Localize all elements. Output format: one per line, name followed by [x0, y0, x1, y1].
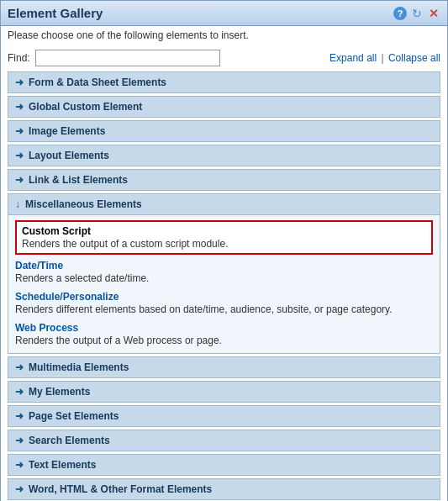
group-arrow-multimedia: ➜ [15, 361, 24, 373]
find-label: Find: [8, 52, 30, 64]
group-my-elements[interactable]: ➜ My Elements [8, 381, 440, 403]
group-arrow-word-html: ➜ [15, 483, 24, 495]
collapse-all-link[interactable]: Collapse all [388, 52, 440, 64]
element-gallery-dialog: Element Gallery ? ↻ ✕ Please choose one … [0, 0, 448, 501]
group-link-list[interactable]: ➜ Link & List Elements [8, 169, 440, 191]
group-arrow-search: ➜ [15, 435, 24, 446]
group-page-set[interactable]: ➜ Page Set Elements [8, 405, 440, 427]
group-multimedia[interactable]: ➜ Multimedia Elements [8, 356, 440, 378]
dialog-subtitle: Please choose one of the following eleme… [1, 26, 447, 46]
group-miscellaneous: ↓ Miscellaneous Elements Custom Script R… [8, 193, 440, 354]
item-web-process-desc: Renders the output of a Web process or p… [15, 335, 433, 346]
group-label-form-data: Form & Data Sheet Elements [29, 76, 166, 88]
group-label-my-elements: My Elements [29, 386, 90, 398]
item-datetime[interactable]: Date/Time Renders a selected date/time. [15, 256, 433, 287]
group-global-custom[interactable]: ➜ Global Custom Element [8, 96, 440, 118]
group-label-layout: Layout Elements [29, 150, 109, 161]
group-label-image: Image Elements [29, 125, 105, 137]
group-arrow-layout: ➜ [15, 150, 24, 161]
group-text[interactable]: ➜ Text Elements [8, 454, 440, 476]
item-datetime-desc: Renders a selected date/time. [15, 272, 433, 284]
item-custom-script[interactable]: Custom Script Renders the output of a cu… [15, 220, 433, 255]
group-miscellaneous-header[interactable]: ↓ Miscellaneous Elements [8, 193, 440, 215]
group-arrow-my-elements: ➜ [15, 386, 24, 398]
item-custom-script-desc: Renders the output of a custom script mo… [22, 238, 426, 250]
item-custom-script-title: Custom Script [22, 225, 426, 237]
group-image[interactable]: ➜ Image Elements [8, 120, 440, 142]
close-title-icon[interactable]: ✕ [427, 7, 440, 20]
element-list: ➜ Form & Data Sheet Elements ➜ Global Cu… [1, 71, 447, 500]
dialog-titlebar: Element Gallery ? ↻ ✕ [1, 1, 447, 26]
help-icon[interactable]: ? [393, 7, 407, 20]
find-bar: Find: Expand all | Collapse all [1, 46, 447, 71]
group-form-data[interactable]: ➜ Form & Data Sheet Elements [8, 71, 440, 93]
expand-all-link[interactable]: Expand all [329, 52, 377, 64]
separator: | [381, 52, 383, 64]
item-web-process[interactable]: Web Process Renders the output of a Web … [15, 319, 433, 350]
group-arrow-misc: ↓ [15, 198, 20, 210]
item-datetime-title: Date/Time [15, 260, 433, 272]
group-label-global-custom: Global Custom Element [29, 101, 142, 113]
item-schedule-personalize[interactable]: Schedule/Personalize Renders different e… [15, 287, 433, 319]
group-label-page-set: Page Set Elements [29, 410, 119, 422]
item-web-process-title: Web Process [15, 322, 433, 334]
group-layout[interactable]: ➜ Layout Elements [8, 145, 440, 166]
group-arrow-text: ➜ [15, 459, 24, 471]
group-word-html[interactable]: ➜ Word, HTML & Other Format Elements [8, 478, 440, 500]
group-label-text: Text Elements [29, 459, 96, 471]
group-arrow-page-set: ➜ [15, 410, 24, 422]
group-label-word-html: Word, HTML & Other Format Elements [29, 483, 212, 495]
group-label-link-list: Link & List Elements [29, 174, 128, 186]
title-icons: ? ↻ ✕ [393, 7, 440, 20]
group-arrow-form-data: ➜ [15, 76, 24, 88]
group-search[interactable]: ➜ Search Elements [8, 430, 440, 451]
find-input[interactable] [35, 50, 220, 66]
group-arrow-image: ➜ [15, 125, 24, 137]
group-label-misc: Miscellaneous Elements [25, 198, 142, 210]
group-arrow-link-list: ➜ [15, 174, 24, 186]
group-miscellaneous-items: Custom Script Renders the output of a cu… [8, 215, 440, 354]
group-label-multimedia: Multimedia Elements [29, 361, 129, 373]
expand-collapse-links: Expand all | Collapse all [329, 52, 440, 64]
refresh-icon[interactable]: ↻ [410, 7, 424, 20]
dialog-title: Element Gallery [8, 6, 103, 20]
group-arrow-global-custom: ➜ [15, 101, 24, 113]
item-schedule-personalize-desc: Renders different elements based on date… [15, 303, 433, 315]
item-schedule-personalize-title: Schedule/Personalize [15, 291, 433, 303]
group-label-search: Search Elements [29, 435, 110, 446]
